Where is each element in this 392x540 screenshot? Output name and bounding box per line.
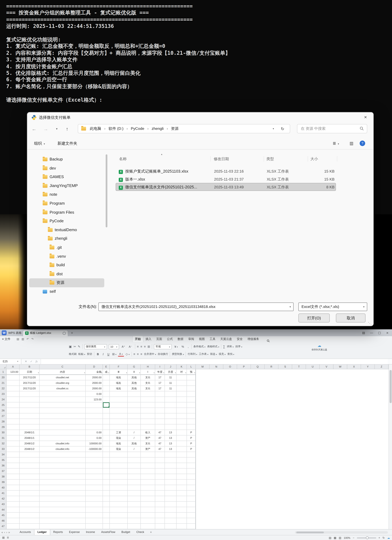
cell[interactable] bbox=[155, 419, 165, 425]
cell[interactable]: Ⅰ▾ bbox=[141, 369, 155, 375]
select-all-corner[interactable] bbox=[0, 365, 7, 369]
cell[interactable] bbox=[103, 452, 110, 458]
file-row[interactable]: 按账户复式记账账单_20251103.xlsx2025-11-03 22:16X… bbox=[116, 167, 336, 175]
cell[interactable] bbox=[165, 507, 176, 513]
break-view-icon[interactable]: ▥ bbox=[339, 536, 341, 540]
cell[interactable] bbox=[86, 485, 103, 491]
forward-icon[interactable]: → bbox=[42, 123, 50, 135]
cell[interactable] bbox=[39, 458, 86, 463]
row-number[interactable]: 21 bbox=[0, 380, 7, 386]
cell[interactable] bbox=[187, 408, 196, 413]
cell[interactable]: 资产 bbox=[141, 446, 155, 452]
column-header[interactable]: I bbox=[155, 365, 165, 369]
cell[interactable] bbox=[187, 391, 196, 397]
row-number[interactable]: 36 bbox=[0, 463, 7, 469]
row-number[interactable]: 47 bbox=[0, 524, 7, 529]
column-header[interactable]: D bbox=[86, 365, 103, 369]
cell[interactable] bbox=[176, 419, 187, 425]
cancel-entry-icon[interactable]: ✕ bbox=[25, 359, 27, 364]
row-number[interactable]: 31 bbox=[0, 435, 7, 441]
column-header[interactable]: B bbox=[20, 365, 39, 369]
menu-tab[interactable]: 页面 bbox=[154, 336, 165, 342]
cell[interactable] bbox=[20, 408, 39, 413]
filter-dropdown-icon[interactable]: ▾ bbox=[139, 372, 140, 374]
cell[interactable]: 17 bbox=[155, 386, 165, 391]
cell[interactable] bbox=[110, 425, 128, 430]
column-header[interactable]: Q bbox=[251, 365, 265, 369]
column-header[interactable]: P bbox=[237, 365, 251, 369]
help-icon[interactable]: ? bbox=[360, 140, 365, 146]
row-number[interactable]: 26 bbox=[0, 408, 7, 413]
cell[interactable] bbox=[187, 518, 196, 524]
underline-icon[interactable]: U bbox=[106, 352, 110, 357]
cell[interactable] bbox=[7, 524, 20, 529]
cell[interactable]: 年度▾ bbox=[155, 369, 165, 375]
cell[interactable]: 123.00 bbox=[7, 369, 20, 375]
cell[interactable] bbox=[7, 391, 20, 397]
cell[interactable] bbox=[7, 513, 20, 518]
cell[interactable] bbox=[20, 513, 39, 518]
cell[interactable] bbox=[155, 513, 165, 518]
cloud-status-icon[interactable]: ☁ bbox=[387, 536, 390, 540]
row-number[interactable]: 38 bbox=[0, 474, 7, 480]
cell[interactable] bbox=[103, 524, 110, 529]
cell[interactable]: 支出 bbox=[141, 386, 155, 391]
menu-tab[interactable]: 增值服务 bbox=[245, 336, 262, 342]
column-header[interactable]: O bbox=[223, 365, 237, 369]
cell[interactable] bbox=[187, 425, 196, 430]
cell[interactable] bbox=[141, 391, 155, 397]
rows-cols-button[interactable]: 行和列▾ bbox=[188, 352, 197, 356]
cell[interactable] bbox=[103, 446, 110, 452]
address-bar[interactable]: 此电脑›软件 (D:)›PyCode›zhengli›资源 ▾ ↻ bbox=[78, 124, 290, 133]
cell[interactable]: 2000.00 bbox=[86, 380, 103, 386]
cell[interactable] bbox=[155, 397, 165, 402]
column-header[interactable]: U bbox=[306, 365, 320, 369]
cell[interactable] bbox=[176, 391, 187, 397]
cell[interactable] bbox=[7, 419, 20, 425]
column-header[interactable]: V bbox=[320, 365, 333, 369]
cell[interactable] bbox=[141, 480, 155, 485]
cell[interactable] bbox=[103, 458, 110, 463]
organize-button[interactable]: 组织▾ bbox=[34, 139, 45, 147]
filter-dropdown-icon[interactable]: ▾ bbox=[84, 372, 85, 374]
cell[interactable]: Ⅱ▾ bbox=[128, 369, 141, 375]
cell[interactable] bbox=[176, 474, 187, 480]
resize-grip[interactable]: ⋱ bbox=[368, 321, 372, 326]
cell[interactable] bbox=[187, 485, 196, 491]
cell[interactable] bbox=[165, 474, 176, 480]
cell[interactable] bbox=[155, 391, 165, 397]
cell[interactable]: 域名 bbox=[110, 375, 128, 380]
cell[interactable] bbox=[39, 524, 86, 529]
cell[interactable] bbox=[128, 413, 141, 419]
cell[interactable] bbox=[176, 463, 187, 469]
cell[interactable] bbox=[86, 419, 103, 425]
filter-dropdown-icon[interactable]: ▾ bbox=[194, 372, 195, 374]
tree-item[interactable]: .git bbox=[29, 243, 104, 252]
cell[interactable] bbox=[176, 491, 187, 496]
insert-function-icon[interactable]: fx bbox=[35, 359, 38, 364]
cell[interactable] bbox=[86, 452, 103, 458]
cell[interactable]: 2000.00 bbox=[86, 386, 103, 391]
cell[interactable] bbox=[141, 507, 155, 513]
cell[interactable]: 123.00 bbox=[86, 397, 103, 402]
italic-icon[interactable]: I bbox=[102, 352, 105, 357]
refresh-icon[interactable]: ↻ bbox=[281, 124, 284, 133]
view-mode-icon[interactable]: ≣▾ bbox=[333, 140, 339, 147]
filter-button[interactable]: 筛选▾ bbox=[210, 352, 217, 356]
currency-icon[interactable]: ¥▾ bbox=[173, 344, 179, 349]
align-middle-icon[interactable]: ≡ bbox=[137, 353, 139, 356]
number-format-select[interactable]: 常规▾ bbox=[154, 344, 172, 349]
cell[interactable] bbox=[103, 513, 110, 518]
cell[interactable] bbox=[20, 402, 39, 408]
cell[interactable]: 47 bbox=[155, 446, 165, 452]
horizontal-scrollbar-thumb[interactable] bbox=[296, 532, 324, 533]
cell[interactable] bbox=[39, 413, 86, 419]
cell[interactable]: 2048/1/2 bbox=[20, 446, 39, 452]
cell[interactable]: 11 bbox=[165, 380, 176, 386]
row-number[interactable]: 45 bbox=[0, 513, 7, 518]
cell[interactable] bbox=[128, 452, 141, 458]
cell[interactable] bbox=[103, 441, 110, 446]
cell[interactable] bbox=[141, 452, 155, 458]
cell[interactable] bbox=[187, 524, 196, 529]
cell[interactable] bbox=[176, 485, 187, 491]
